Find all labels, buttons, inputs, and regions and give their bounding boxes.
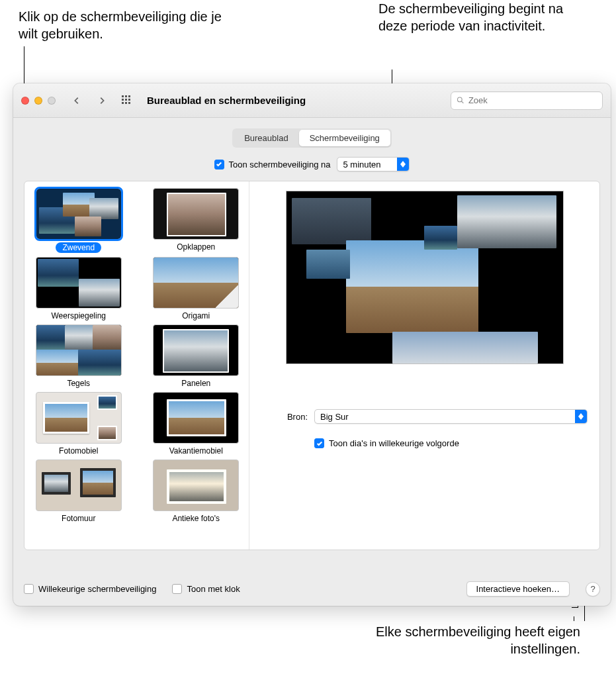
window-title: Bureaublad en schermbeveiliging bbox=[147, 95, 306, 106]
random-checkbox[interactable]: Willekeurige schermbeveiliging bbox=[24, 584, 156, 594]
screensaver-item-origami[interactable]: Origami bbox=[148, 257, 245, 320]
screensaver-preview[interactable] bbox=[286, 191, 564, 364]
tab-desktop[interactable]: Bureaublad bbox=[234, 130, 299, 146]
show-after-checkbox[interactable]: Toon schermbeveiliging na bbox=[214, 160, 331, 170]
screensaver-item-weerspiegeling[interactable]: Weerspiegeling bbox=[30, 257, 128, 320]
svg-rect-2 bbox=[128, 95, 130, 97]
screensaver-item-zwevend[interactable]: Zwevend bbox=[30, 188, 128, 253]
screensaver-label: Tegels bbox=[67, 379, 90, 388]
screensaver-label: Weerspiegeling bbox=[52, 311, 107, 320]
screensaver-label: Vakantiemobiel bbox=[169, 446, 223, 456]
svg-rect-7 bbox=[125, 102, 127, 104]
screensaver-label: Zwevend bbox=[56, 242, 101, 253]
callout-top-right: De schermbeveiliging begint na deze peri… bbox=[378, 0, 584, 34]
screensaver-item-opklappen[interactable]: Opklappen bbox=[148, 188, 245, 253]
svg-rect-5 bbox=[128, 99, 130, 101]
chevron-updown-icon bbox=[397, 158, 409, 171]
svg-rect-4 bbox=[125, 99, 127, 101]
clock-checkbox[interactable]: Toon met klok bbox=[172, 584, 240, 594]
checkbox-icon bbox=[24, 584, 34, 594]
screensaver-item-fotomobiel[interactable]: Fotomobiel bbox=[30, 392, 128, 456]
show-after-label: Toon schermbeveiliging na bbox=[229, 160, 331, 170]
checkbox-icon bbox=[314, 438, 324, 448]
callout-bottom-right: Elke schermbeveiliging heeft eigen inste… bbox=[316, 623, 580, 657]
checkbox-icon bbox=[214, 160, 224, 170]
window-controls bbox=[21, 97, 56, 105]
close-window-button[interactable] bbox=[21, 97, 29, 105]
screensaver-label: Antieke foto's bbox=[172, 514, 220, 523]
shuffle-label: Toon dia's in willekeurige volgorde bbox=[329, 438, 459, 448]
clock-label: Toon met klok bbox=[187, 584, 240, 594]
screensaver-label: Origami bbox=[182, 311, 210, 320]
show-all-icon[interactable] bbox=[118, 91, 136, 110]
zoom-window-button[interactable] bbox=[48, 97, 56, 105]
checkbox-icon bbox=[172, 584, 182, 594]
prefs-window: Bureaublad en schermbeveiliging Bureaubl… bbox=[13, 83, 611, 606]
source-label: Bron: bbox=[261, 412, 308, 422]
source-value: Big Sur bbox=[315, 412, 575, 422]
tab-screensaver[interactable]: Schermbeveiliging bbox=[299, 130, 390, 146]
screensaver-item-panelen[interactable]: Panelen bbox=[148, 324, 245, 388]
svg-rect-8 bbox=[128, 102, 130, 104]
screensaver-item-tegels[interactable]: Tegels bbox=[30, 324, 128, 388]
screensaver-label: Panelen bbox=[181, 379, 210, 388]
svg-rect-0 bbox=[122, 95, 124, 97]
tab-bar: Bureaublad Schermbeveiliging bbox=[13, 128, 611, 148]
help-button[interactable]: ? bbox=[586, 582, 600, 597]
show-after-value: 5 minuten bbox=[337, 160, 397, 170]
titlebar: Bureaublad en schermbeveiliging bbox=[13, 83, 611, 118]
screensaver-item-vakantiemobiel[interactable]: Vakantiemobiel bbox=[148, 392, 245, 456]
back-button[interactable] bbox=[67, 91, 86, 110]
screensaver-item-fotomuur[interactable]: Fotomuur bbox=[30, 460, 128, 523]
screensaver-label: Opklappen bbox=[177, 242, 215, 252]
search-input[interactable] bbox=[468, 95, 597, 105]
svg-rect-3 bbox=[122, 99, 124, 101]
screensaver-label: Fotomuur bbox=[62, 514, 95, 523]
svg-rect-6 bbox=[122, 102, 124, 104]
callout-top-left: Klik op de schermbeveiliging die je wilt… bbox=[19, 8, 230, 42]
search-field[interactable] bbox=[451, 91, 603, 110]
chevron-updown-icon bbox=[575, 410, 587, 423]
hot-corners-button[interactable]: Interactieve hoeken… bbox=[466, 581, 570, 597]
screensaver-label: Fotomobiel bbox=[59, 446, 98, 456]
shuffle-checkbox[interactable]: Toon dia's in willekeurige volgorde bbox=[314, 438, 459, 448]
svg-line-10 bbox=[461, 101, 463, 103]
show-after-popup[interactable]: 5 minuten bbox=[337, 157, 410, 171]
svg-point-9 bbox=[457, 97, 462, 102]
search-icon bbox=[457, 96, 464, 105]
screensaver-list[interactable]: Zwevend Opklappen bbox=[24, 181, 249, 550]
forward-button[interactable] bbox=[93, 91, 111, 110]
svg-rect-1 bbox=[125, 95, 127, 97]
random-label: Willekeurige schermbeveiliging bbox=[38, 584, 156, 594]
source-popup[interactable]: Big Sur bbox=[314, 409, 588, 424]
minimize-window-button[interactable] bbox=[34, 97, 42, 105]
screensaver-item-antieke[interactable]: Antieke foto's bbox=[148, 460, 245, 523]
